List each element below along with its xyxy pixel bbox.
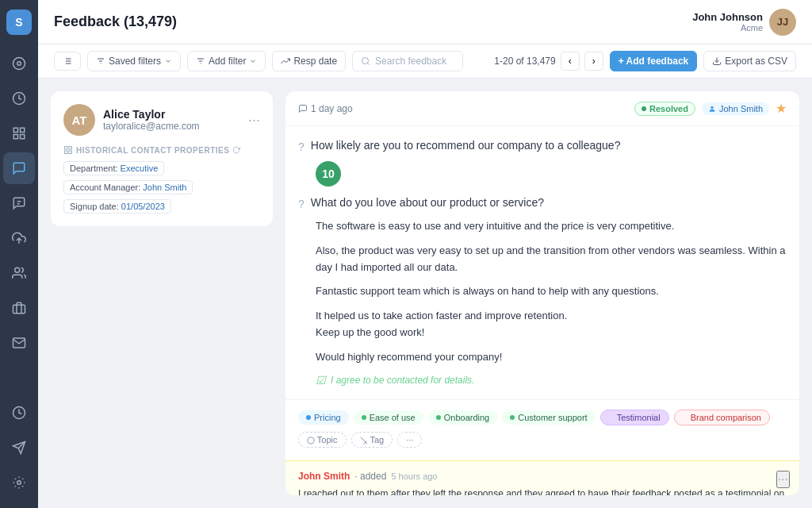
question-1-text: How likely are you to recommend our comp… [311,139,621,152]
tag-brand-comparison[interactable]: Brand comparison [674,410,770,425]
sidebar-item-upload[interactable] [3,222,35,254]
card-body: ? How likely are you to recommend our co… [285,126,799,399]
answer-para-1: The software is easy to use and very int… [316,218,787,235]
sidebar-item-analytics[interactable] [3,117,35,149]
properties-label: HISTORICAL CONTACT PROPERTIES [63,145,260,155]
sidebar-item-settings[interactable] [3,467,35,498]
svg-rect-31 [65,147,68,150]
tags-row: Pricing Ease of use Onboarding Customer … [298,410,787,425]
note-more-button[interactable]: ··· [776,471,790,488]
export-label: Export as CSV [725,56,787,67]
svg-rect-6 [21,135,25,139]
tag-pricing[interactable]: Pricing [298,410,349,425]
avatar: JJ [769,9,796,36]
contact-email: tayloralice@acme.com [103,121,200,132]
tag-customer-support[interactable]: Customer support [502,410,595,425]
app-logo: S [6,10,32,35]
user-name: John Johnson [692,11,763,23]
contact-panel: AT Alice Taylor tayloralice@acme.com ···… [51,91,273,495]
pagination-info: 1-20 of 13,479 ‹ › [494,52,603,71]
sidebar-item-chat[interactable] [3,187,35,219]
question-icon-1: ? [298,140,304,153]
answer-para-2: Also, the product was very easy to set u… [316,243,787,276]
dept-tag: Department: Executive [63,161,164,175]
sidebar-item-history[interactable] [3,83,35,114]
svg-rect-34 [69,151,72,154]
svg-rect-32 [69,147,72,150]
user-profile[interactable]: John Johnson Acme JJ [692,9,796,36]
svg-rect-4 [21,128,25,132]
feedback-panel: 1 day ago Resolved John Smith ★ ? [285,91,799,495]
topbar: Feedback (13,479) John Johnson Acme JJ [38,0,812,44]
tags-section: Pricing Ease of use Onboarding Customer … [285,399,799,460]
answer-text: The software is easy to use and very int… [316,218,787,366]
note-action: · added [354,471,386,482]
sidebar-item-users[interactable] [3,257,35,289]
feedback-timestamp: 1 day ago [298,103,353,114]
tag-testimonial[interactable]: Testimonial [600,410,669,425]
pagination-text: 1-20 of 13,479 [494,56,555,67]
resp-date-label: Resp date [293,56,337,67]
answer-para-5: Would highly recommend your company! [316,349,787,366]
content-area: AT Alice Taylor tayloralice@acme.com ···… [38,79,812,508]
svg-point-1 [17,62,21,66]
svg-point-15 [17,481,21,485]
account-mgr-tag: Account Manager: John Smith [63,180,193,194]
sidebar-item-projects[interactable] [3,292,35,324]
sidebar-item-home[interactable] [3,48,35,79]
contact-details: Alice Taylor tayloralice@acme.com [103,108,200,132]
contact-more-button[interactable]: ··· [248,112,260,129]
note-text: I reached out to them after they left th… [298,487,787,495]
sidebar-item-mail[interactable] [3,327,35,359]
sidebar-item-clock[interactable] [3,397,35,429]
saved-filters-label: Saved filters [109,56,161,67]
star-icon[interactable]: ★ [776,101,787,116]
assignee-badge: John Smith [702,102,769,115]
tag-ease-of-use[interactable]: Ease of use [354,410,423,425]
svg-point-35 [710,106,713,108]
add-more-button[interactable]: ··· [397,432,422,448]
note-section: John Smith · added 5 hours ago I reached… [285,460,799,495]
sidebar: S [0,0,38,508]
resp-date-button[interactable]: Resp date [272,51,346,71]
consent-check-icon: ☑ [316,374,326,387]
sidebar-item-feedback[interactable] [3,152,35,184]
sidebar-item-send[interactable] [3,432,35,464]
answer-para-4: It helped us to take action faster and i… [316,308,787,341]
svg-point-28 [362,58,369,64]
add-topic-button[interactable]: Topic [298,432,347,448]
question-1-row: ? How likely are you to recommend our co… [298,139,787,153]
add-feedback-label: + Add feedback [619,56,689,67]
search-box[interactable]: Search feedback [352,51,463,71]
contact-avatar: AT [63,104,95,136]
prev-page-button[interactable]: ‹ [561,52,580,71]
status-badge: Resolved [634,102,695,116]
note-author: John Smith [298,471,350,482]
export-csv-button[interactable]: Export as CSV [703,51,796,71]
question-2-row: ? What do you love about our product or … [298,196,787,210]
tag-onboarding[interactable]: Onboarding [428,410,498,425]
signup-tag: Signup date: 01/05/2023 [63,199,171,214]
add-feedback-button[interactable]: + Add feedback [610,51,698,71]
contact-card: AT Alice Taylor tayloralice@acme.com ···… [51,91,273,226]
page-title: Feedback (13,479) [54,13,177,30]
nps-score: 10 [316,161,341,187]
contact-header: AT Alice Taylor tayloralice@acme.com ··· [63,104,260,136]
add-filter-button[interactable]: Add filter [187,51,266,71]
svg-rect-11 [13,305,25,314]
toolbar: Saved filters Add filter Resp date Searc… [38,44,812,79]
card-header: 1 day ago Resolved John Smith ★ [285,91,799,126]
add-filter-label: Add filter [209,56,246,67]
svg-point-36 [308,437,314,444]
filter-toggle-button[interactable] [54,52,81,71]
next-page-button[interactable]: › [584,52,603,71]
search-placeholder: Search feedback [375,56,446,67]
contact-name: Alice Taylor [103,108,200,121]
saved-filters-button[interactable]: Saved filters [87,51,181,71]
assignee-name: John Smith [719,104,763,114]
user-info: John Johnson Acme [692,11,763,33]
add-tag-button[interactable]: Tag [351,432,393,448]
answer-para-3: Fantastic support team which is always o… [316,283,787,300]
user-company: Acme [692,23,763,33]
feedback-card: 1 day ago Resolved John Smith ★ ? [285,91,799,495]
